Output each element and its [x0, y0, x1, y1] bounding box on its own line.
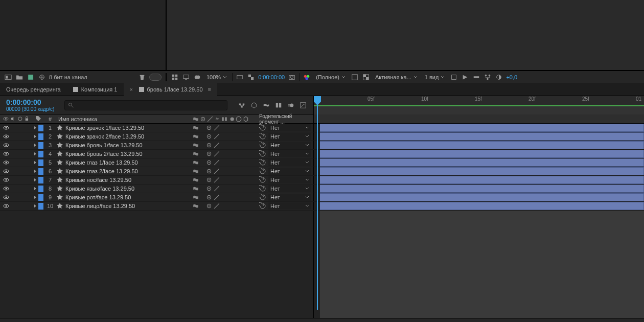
grid-icon[interactable]	[171, 73, 179, 81]
quality-toggle[interactable]	[214, 186, 220, 192]
pixel-aspect-icon[interactable]	[450, 73, 458, 81]
expand-arrow-icon[interactable]	[33, 204, 37, 208]
layer-color-label[interactable]	[38, 186, 43, 192]
draft-3d-icon[interactable]	[250, 101, 258, 109]
layer-row[interactable]: 1 Кривые зрачок 1/face 13.29.50 Нет	[0, 124, 644, 132]
collapse-toggle[interactable]	[206, 159, 212, 166]
pickwhip-icon[interactable]	[259, 185, 266, 192]
expand-arrow-icon[interactable]	[33, 126, 37, 130]
layer-switches[interactable]	[191, 151, 257, 157]
layer-color-label[interactable]	[38, 125, 43, 131]
shy-toggle[interactable]	[193, 203, 199, 209]
roi-icon[interactable]	[351, 73, 359, 81]
shy-toggle[interactable]	[193, 133, 199, 140]
adjustment-icon[interactable]	[38, 73, 46, 81]
work-area-bar[interactable]	[314, 105, 644, 106]
visibility-toggle[interactable]	[3, 133, 9, 140]
shy-toggle[interactable]	[193, 142, 199, 148]
collapse-toggle[interactable]	[206, 194, 212, 200]
layer-switches[interactable]	[191, 194, 257, 200]
expand-arrow-icon[interactable]	[33, 134, 37, 139]
number-header[interactable]: #	[44, 116, 56, 122]
motion-blur-icon[interactable]	[287, 101, 295, 109]
graph-editor-icon[interactable]	[299, 101, 307, 109]
expand-arrow-icon[interactable]	[33, 152, 37, 156]
layer-duration-bar[interactable]	[320, 150, 644, 158]
layer-duration-bar[interactable]	[320, 176, 644, 184]
layer-row[interactable]: 9 Кривые рот/face 13.29.50 Нет	[0, 193, 644, 202]
parent-dropdown[interactable]: Нет	[268, 168, 311, 175]
layer-color-label[interactable]	[38, 151, 43, 157]
tab-active-composition[interactable]: × бровь 1/face 13.29.50 ≡	[124, 83, 217, 96]
layer-color-label[interactable]	[38, 194, 43, 201]
layer-duration-bar[interactable]	[320, 202, 644, 210]
shy-toggle[interactable]	[193, 159, 199, 166]
layer-name[interactable]: Кривые нос/face 13.29.50	[63, 177, 191, 183]
camera-dropdown[interactable]: Активная ка...	[373, 73, 420, 82]
visibility-header-icon[interactable]	[3, 116, 9, 122]
shy-toggle[interactable]	[193, 186, 199, 192]
layer-duration-bar[interactable]	[320, 124, 644, 132]
layer-row[interactable]: 3 Кривые бровь 1/face 13.29.50 Нет	[0, 141, 644, 150]
panel-icon[interactable]	[4, 73, 12, 81]
views-dropdown[interactable]: 1 вид	[423, 73, 447, 82]
collapse-toggle[interactable]	[206, 177, 212, 183]
layer-switches[interactable]	[191, 186, 257, 192]
shy-toggle[interactable]	[193, 168, 199, 174]
parent-dropdown[interactable]: Нет	[268, 142, 311, 149]
layer-name[interactable]: Кривые зрачок 2/face 13.29.50	[63, 133, 191, 140]
visibility-toggle[interactable]	[3, 159, 9, 166]
composition-icon[interactable]	[27, 73, 35, 81]
transparency-icon[interactable]	[247, 73, 255, 81]
composition-mini-flowchart-icon[interactable]	[238, 101, 246, 109]
layer-color-label[interactable]	[38, 142, 43, 149]
layer-name[interactable]: Кривые бровь 2/face 13.29.50	[63, 151, 191, 157]
expand-arrow-icon[interactable]	[33, 160, 37, 165]
quality-toggle[interactable]	[214, 159, 220, 166]
layer-name[interactable]: Кривые бровь 1/face 13.29.50	[63, 142, 191, 148]
layer-name[interactable]: Кривые язык/face 13.29.50	[63, 186, 191, 192]
layer-switches[interactable]	[191, 168, 257, 174]
pickwhip-icon[interactable]	[259, 176, 266, 183]
quality-toggle[interactable]	[214, 203, 220, 209]
visibility-toggle[interactable]	[3, 194, 9, 200]
shy-toggle[interactable]	[193, 177, 199, 183]
collapse-toggle[interactable]	[206, 203, 212, 209]
layer-switches[interactable]	[191, 177, 257, 183]
switches-header[interactable]: fx	[191, 116, 257, 122]
preview-timecode[interactable]: 0:00:00:00	[258, 74, 285, 80]
channel-icon[interactable]	[303, 73, 311, 81]
parent-dropdown[interactable]: Нет	[268, 133, 311, 140]
layer-row[interactable]: 5 Кривые глаз 1/face 13.29.50 Нет	[0, 158, 644, 167]
hide-shy-icon[interactable]	[262, 101, 270, 109]
layer-switches[interactable]	[191, 203, 257, 209]
toggle-switch[interactable]	[149, 74, 162, 81]
layer-switches[interactable]	[191, 159, 257, 166]
collapse-toggle[interactable]	[206, 168, 212, 174]
pickwhip-icon[interactable]	[259, 194, 266, 201]
pickwhip-icon[interactable]	[259, 133, 266, 140]
fast-preview-icon[interactable]	[461, 73, 469, 81]
parent-dropdown[interactable]: Нет	[268, 185, 311, 192]
folder-icon[interactable]	[15, 73, 24, 81]
layer-switches[interactable]	[191, 133, 257, 140]
shy-toggle[interactable]	[193, 194, 199, 200]
expand-arrow-icon[interactable]	[33, 169, 37, 173]
solo-header-icon[interactable]	[17, 116, 23, 122]
layer-name[interactable]: Кривые лицо/face 13.29.50	[63, 203, 191, 209]
trash-icon[interactable]	[138, 73, 146, 81]
pickwhip-icon[interactable]	[259, 168, 266, 175]
visibility-toggle[interactable]	[3, 151, 9, 157]
visibility-toggle[interactable]	[3, 177, 9, 183]
layer-name[interactable]: Кривые рот/face 13.29.50	[63, 194, 191, 200]
quality-toggle[interactable]	[214, 151, 220, 157]
layer-color-label[interactable]	[38, 168, 43, 175]
snapshot-icon[interactable]	[288, 73, 296, 81]
collapse-toggle[interactable]	[206, 142, 212, 148]
parent-dropdown[interactable]: Нет	[268, 150, 311, 157]
layer-duration-bar[interactable]	[320, 193, 644, 201]
quality-toggle[interactable]	[214, 125, 220, 131]
visibility-toggle[interactable]	[3, 125, 9, 131]
lock-header-icon[interactable]	[24, 116, 30, 122]
zoom-dropdown[interactable]: 100%	[204, 73, 229, 82]
